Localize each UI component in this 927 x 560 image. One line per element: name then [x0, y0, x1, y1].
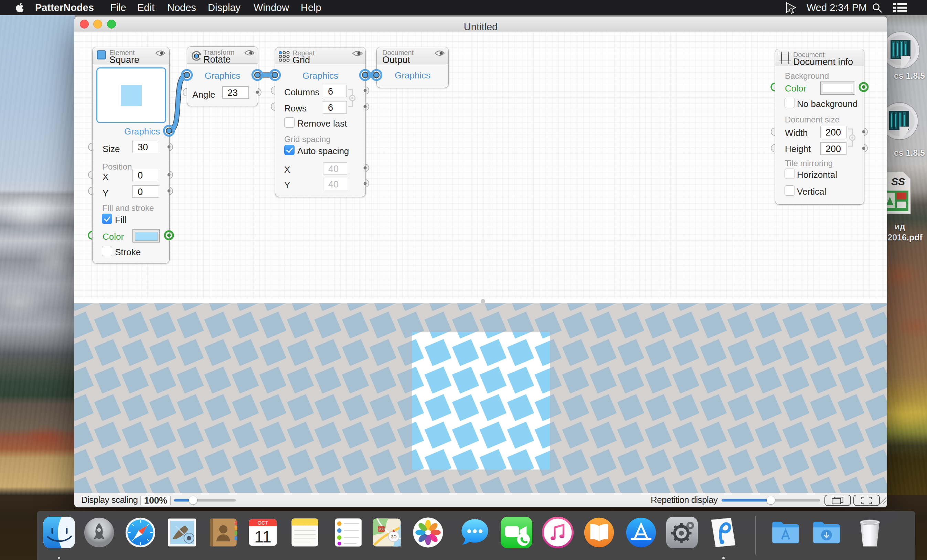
svg-text:OCT: OCT [257, 520, 268, 526]
svg-text:3D: 3D [391, 534, 397, 539]
svg-text:280: 280 [378, 527, 384, 531]
svg-text:SS: SS [891, 176, 905, 187]
svg-text:11: 11 [254, 528, 272, 546]
